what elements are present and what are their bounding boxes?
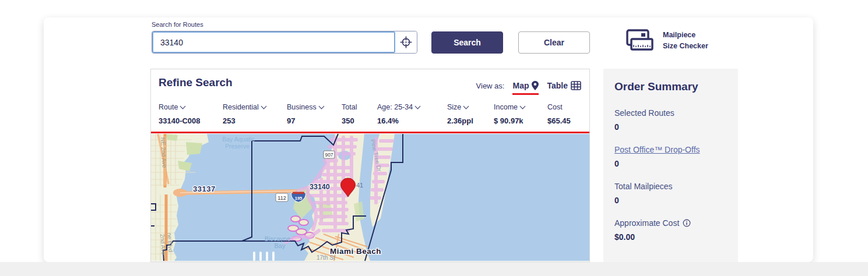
- column-income[interactable]: Income $ 90.97k: [494, 103, 525, 125]
- chevron-down-icon: [318, 103, 324, 109]
- column-cost: Cost $65.45: [547, 103, 571, 125]
- approximate-cost-value: $0.00: [614, 232, 727, 242]
- map-canvas[interactable]: 907 112 195 33137 Bay Aquatic Preserve B…: [151, 133, 589, 261]
- refine-search-title: Refine Search: [159, 76, 233, 89]
- svg-text:41: 41: [356, 182, 363, 189]
- refine-search-panel: Refine Search View as: Map Table: [150, 69, 590, 262]
- svg-text:17th St: 17th St: [317, 254, 335, 261]
- chevron-down-icon: [261, 103, 266, 109]
- search-routes-label: Search for Routes: [152, 21, 203, 28]
- map-pin-icon: [532, 81, 539, 90]
- approximate-cost-label: Approximate Cost: [614, 218, 679, 228]
- svg-text:33137: 33137: [193, 185, 216, 193]
- total-mailpieces-value: 0: [614, 196, 727, 205]
- info-icon[interactable]: [683, 219, 691, 227]
- svg-text:Biscayne: Biscayne: [265, 235, 291, 242]
- selected-routes-label: Selected Routes: [614, 108, 727, 118]
- view-as-label: View as:: [476, 82, 505, 90]
- svg-text:Miami Beach: Miami Beach: [330, 247, 381, 256]
- chevron-down-icon: [180, 103, 186, 109]
- svg-text:Bay: Bay: [275, 242, 286, 249]
- order-summary-panel: Order Summary Selected Routes 0 Post Off…: [603, 69, 738, 262]
- chevron-down-icon: [463, 103, 469, 109]
- column-size[interactable]: Size 2.36ppl: [447, 103, 473, 125]
- svg-text:Bay Aquatic: Bay Aquatic: [222, 136, 254, 143]
- table-grid-icon: [571, 81, 581, 90]
- svg-text:33140: 33140: [310, 183, 330, 191]
- svg-text:195: 195: [295, 196, 303, 201]
- column-business[interactable]: Business 97: [287, 103, 324, 125]
- column-total: Total 350: [342, 103, 357, 125]
- svg-text:907: 907: [325, 152, 333, 158]
- mailpiece-size-checker[interactable]: Mailpiece Size Checker: [625, 27, 708, 54]
- page-background-strip: [0, 262, 868, 276]
- order-summary-title: Order Summary: [614, 80, 727, 93]
- search-button[interactable]: Search: [431, 31, 503, 54]
- column-age[interactable]: Age: 25-34 16.4%: [377, 103, 420, 125]
- view-as-map[interactable]: Map: [512, 81, 539, 95]
- svg-text:112: 112: [277, 195, 286, 201]
- mailpiece-ruler-icon: [625, 27, 655, 54]
- column-residential[interactable]: Residential 253: [223, 103, 266, 125]
- svg-text:Preserve: Preserve: [225, 143, 249, 150]
- locate-button[interactable]: [395, 31, 417, 53]
- selected-routes-value: 0: [614, 122, 727, 132]
- route-data-row: Route 33140-C008 Residential 253 Busines…: [159, 103, 583, 130]
- view-as-table[interactable]: Table: [547, 81, 581, 90]
- routes-search-card: Search for Routes Search Clear: [44, 17, 813, 262]
- post-office-dropoffs-link[interactable]: Post Office™ Drop-Offs: [614, 145, 700, 154]
- clear-button[interactable]: Clear: [518, 31, 590, 54]
- mailpiece-label: Mailpiece Size Checker: [663, 30, 708, 51]
- chevron-down-icon: [415, 103, 421, 109]
- chevron-down-icon: [520, 103, 526, 109]
- column-route[interactable]: Route 33140-C008: [159, 103, 201, 125]
- svg-text:ne Blvd: ne Blvd: [166, 232, 174, 252]
- total-mailpieces-label: Total Mailpieces: [614, 182, 727, 191]
- crosshair-icon: [399, 36, 413, 49]
- search-input[interactable]: [152, 31, 395, 53]
- view-as-toggle: View as: Map Table: [476, 81, 581, 90]
- dropoffs-value: 0: [614, 159, 727, 168]
- search-box: [152, 31, 417, 54]
